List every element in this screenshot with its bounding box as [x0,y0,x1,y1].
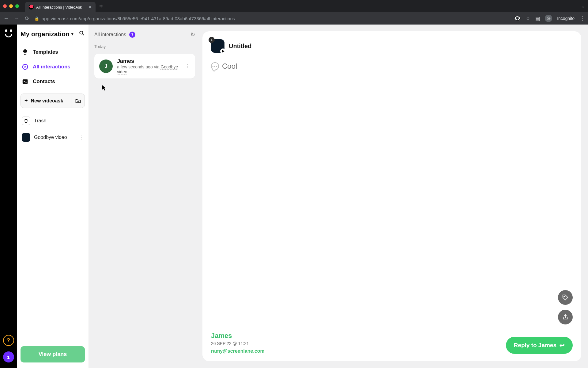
help-label: ? [7,337,10,344]
svg-rect-3 [23,79,28,84]
new-tab-button[interactable]: + [99,3,103,10]
sidebar: My organization ▾ Templates All interact… [17,25,89,368]
reply-label: Reply to James [514,342,556,349]
detail-wrap: 1 Untitled ••• Cool James [201,25,588,368]
tag-button[interactable] [558,290,573,305]
sidebar-item-label: Goodbye video [34,135,67,140]
forward-button: → [13,15,20,22]
svg-point-9 [564,296,565,297]
lock-icon: 🔒 [34,16,39,21]
search-icon [79,30,85,36]
panel-icon[interactable]: ▤ [535,16,540,21]
detail-title: Untitled [229,43,251,50]
svg-line-1 [83,34,84,35]
detail-panel: 1 Untitled ••• Cool James [202,31,581,361]
contact-block: James 26 SEP 22 @ 11:21 ramy@screenlane.… [211,332,265,354]
nav-all-interactions-label: All interactions [33,64,70,70]
rocket-icon [22,49,28,56]
window-close-icon[interactable] [3,4,7,8]
browser-menu-icon[interactable]: ⋮ [579,15,585,22]
play-icon [220,48,226,54]
svg-point-4 [24,81,25,82]
browser-toolbar: ← → ⟳ 🔒 app.videoask.com/app/organizatio… [0,12,588,25]
browser-tab-strip: All interactions | VideoAsk ✕ + ⌄ [0,0,588,12]
refresh-button[interactable]: ↻ [190,31,195,38]
new-videoask-button[interactable]: + New videoask [21,94,71,108]
interaction-card[interactable]: J James a few seconds ago via Goodbye vi… [94,54,195,79]
trash-icon [22,117,30,125]
left-rail: ? 1 [0,25,17,368]
tab-title: All interactions | VideoAsk [36,5,82,10]
message-text: Cool [222,62,237,71]
svg-rect-5 [25,81,27,81]
view-plans-button[interactable]: View plans [21,346,85,362]
interactions-title-row: All interactions ? [94,32,135,38]
avatar: J [99,59,113,73]
interaction-name: James [117,58,181,64]
video-thumbnail-icon [22,133,30,142]
response-video-thumbnail[interactable]: 1 [211,39,224,53]
nav-all-interactions[interactable]: All interactions [21,60,85,73]
interactions-title: All interactions [94,32,126,37]
incognito-label: Incognito [557,16,575,21]
window-zoom-icon[interactable] [15,4,19,8]
interaction-card-menu[interactable]: ⋮ [185,63,190,69]
help-button[interactable]: ? [3,335,14,346]
eye-off-icon[interactable]: 👁‍🗨 [514,15,521,22]
interaction-via: via [153,64,161,69]
svg-rect-6 [25,82,27,82]
reload-button[interactable]: ⟳ [24,15,30,22]
search-button[interactable] [79,30,85,38]
svg-point-0 [80,31,83,34]
org-switcher[interactable]: My organization ▾ [21,30,74,38]
org-name-label: My organization [21,30,70,38]
folder-plus-icon [75,98,81,104]
back-button[interactable]: ← [3,15,9,22]
star-icon[interactable]: ☆ [526,15,530,22]
tab-close-icon[interactable]: ✕ [88,5,92,10]
address-bar[interactable]: 🔒 app.videoask.com/app/organizations/8b9… [34,16,235,21]
browser-tab[interactable]: All interactions | VideoAsk ✕ [25,2,96,12]
notification-button[interactable]: 1 [3,351,14,362]
tag-icon [562,294,569,301]
day-header: Today [94,44,195,51]
step-badge-label: 1 [211,38,213,42]
reply-button[interactable]: Reply to James ↩ [506,337,573,354]
sidebar-trash-label: Trash [34,118,46,124]
sidebar-item-menu[interactable]: ⋮ [79,135,84,140]
reply-arrow-icon: ↩ [560,342,565,349]
nav-contacts[interactable]: Contacts [21,75,85,88]
sidebar-item-goodbye-video[interactable]: Goodbye video ⋮ [21,130,85,145]
contact-date: 26 SEP 22 @ 11:21 [211,341,265,346]
window-controls[interactable] [3,4,19,8]
window-minimize-icon[interactable] [9,4,13,8]
nav-templates[interactable]: Templates [21,46,85,59]
step-badge: 1 [209,37,215,43]
play-circle-icon [22,63,28,70]
contact-name[interactable]: James [211,332,265,340]
share-button[interactable] [558,310,573,324]
nav-contacts-label: Contacts [33,79,55,85]
contact-email[interactable]: ramy@screenlane.com [211,348,265,354]
info-badge-icon[interactable]: ? [129,32,135,38]
url-text: app.videoask.com/app/organizations/8b955… [42,16,235,21]
tab-overflow-icon[interactable]: ⌄ [581,4,585,9]
new-folder-button[interactable] [71,94,85,108]
interaction-subtitle: a few seconds ago via Goodbye video [117,64,181,74]
chevron-down-icon: ▾ [71,32,74,36]
incognito-avatar-icon[interactable]: ㊙ [545,15,552,22]
message-row: ••• Cool [211,62,573,71]
share-icon [562,314,569,320]
app-root: ? 1 My organization ▾ Templates [0,25,588,368]
contacts-icon [22,78,28,85]
interaction-time: a few seconds ago [117,64,153,69]
sidebar-trash[interactable]: Trash [21,113,85,128]
interactions-column: All interactions ? ↻ Today J James a few… [89,25,201,368]
nav-templates-label: Templates [33,49,58,55]
favicon-icon [29,5,34,10]
new-videoask-label: New videoask [31,98,63,104]
app-logo-icon[interactable] [4,28,13,37]
plus-icon: + [24,98,28,104]
speech-bubble-icon: ••• [211,62,219,70]
avatar-initial: J [104,63,107,69]
